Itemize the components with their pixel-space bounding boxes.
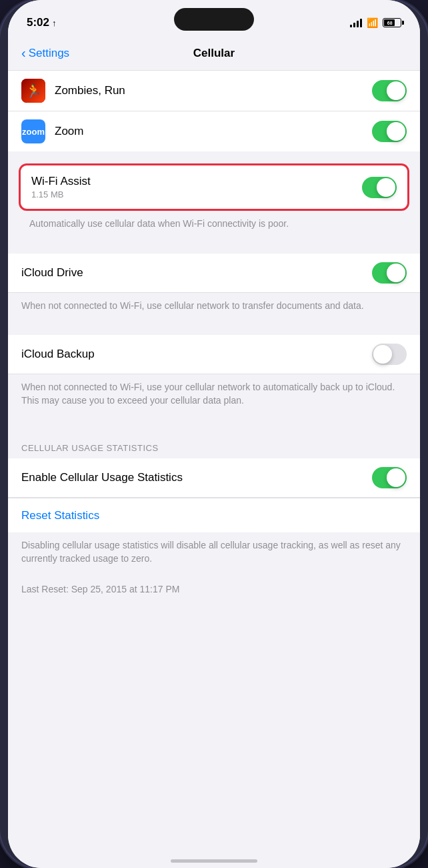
enable-cellular-toggle[interactable]: [372, 467, 407, 488]
toggle-knob: [373, 345, 392, 364]
icloud-drive-row: iCloud Drive: [8, 254, 420, 293]
wifi-assist-info: Wi-Fi Assist 1.15 MB: [31, 175, 362, 199]
list-item: 🏃 Zombies, Run: [8, 71, 420, 111]
enable-cellular-label: Enable Cellular Usage Statistics: [21, 471, 372, 484]
toggle-knob: [387, 81, 405, 100]
phone-frame: 5:02 ↑ 📶 68: [0, 0, 428, 868]
zombies-toggle[interactable]: [372, 80, 407, 101]
wifi-assist-description: Automatically use cellular data when Wi-…: [19, 211, 409, 242]
wifi-assist-title: Wi-Fi Assist: [31, 175, 362, 188]
status-right: 📶 68: [350, 17, 401, 28]
battery-percent: 68: [387, 21, 393, 25]
reset-statistics-row: Reset Statistics: [8, 498, 420, 532]
battery-fill: 68: [384, 19, 395, 26]
toggle-knob: [377, 178, 395, 197]
dynamic-island: [174, 8, 254, 31]
wifi-assist-section: Wi-Fi Assist 1.15 MB Automatically use c…: [19, 163, 409, 242]
wifi-assist-box: Wi-Fi Assist 1.15 MB: [19, 163, 409, 211]
nav-bar: ‹ Settings Cellular: [8, 36, 420, 71]
cellular-usage-description: Disabling cellular usage statistics will…: [8, 532, 420, 576]
cellular-usage-section: CELLULAR USAGE STATISTICS Enable Cellula…: [8, 430, 420, 609]
icloud-backup-row: iCloud Backup: [8, 335, 420, 374]
content-area: 🏃 Zombies, Run zoom Zoom: [8, 71, 420, 868]
icloud-backup-toggle[interactable]: [372, 344, 407, 365]
signal-bar-1: [350, 25, 352, 27]
zoom-toggle[interactable]: [372, 121, 407, 142]
home-indicator: [171, 859, 257, 863]
signal-bar-4: [360, 19, 362, 27]
zombies-icon-inner: 🏃: [21, 79, 45, 103]
phone-screen: 5:02 ↑ 📶 68: [8, 0, 420, 868]
back-label: Settings: [29, 47, 69, 60]
toggle-knob: [387, 468, 405, 487]
location-icon: ↑: [52, 18, 57, 28]
wifi-assist-toggle[interactable]: [362, 177, 397, 198]
toggle-knob: [387, 264, 405, 282]
enable-cellular-row: Enable Cellular Usage Statistics: [8, 458, 420, 498]
zoom-app-icon: zoom: [21, 119, 45, 143]
app-list-group: 🏃 Zombies, Run zoom Zoom: [8, 71, 420, 151]
reset-statistics-button[interactable]: Reset Statistics: [21, 509, 99, 522]
back-button[interactable]: ‹ Settings: [21, 45, 69, 61]
last-reset-text: Last Reset: Sep 25, 2015 at 11:17 PM: [8, 576, 420, 610]
app-name-zombies: Zombies, Run: [55, 84, 372, 97]
icloud-drive-label: iCloud Drive: [21, 266, 372, 280]
wifi-icon: 📶: [367, 17, 378, 28]
page-title: Cellular: [193, 47, 235, 60]
signal-bar-2: [353, 23, 355, 27]
icloud-drive-section: iCloud Drive When not connected to Wi-Fi…: [8, 254, 420, 324]
icloud-drive-description: When not connected to Wi-Fi, use cellula…: [8, 293, 420, 324]
icloud-backup-label: iCloud Backup: [21, 348, 372, 361]
app-name-zoom: Zoom: [55, 125, 372, 138]
chevron-left-icon: ‹: [21, 45, 26, 61]
icloud-drive-toggle[interactable]: [372, 262, 407, 284]
battery: 68: [383, 18, 401, 27]
toggle-knob: [387, 122, 405, 141]
list-item: zoom Zoom: [8, 111, 420, 151]
signal-bar-3: [357, 21, 359, 27]
icloud-backup-description: When not connected to Wi-Fi, use your ce…: [8, 374, 420, 418]
zombies-app-icon: 🏃: [21, 79, 45, 103]
zoom-icon-text: zoom: [22, 127, 45, 137]
status-time: 5:02 ↑: [27, 16, 57, 29]
wifi-assist-subtitle: 1.15 MB: [31, 189, 362, 199]
icloud-backup-section: iCloud Backup When not connected to Wi-F…: [8, 335, 420, 418]
signal-bars: [350, 18, 362, 27]
time-display: 5:02: [27, 16, 49, 29]
cellular-usage-header: CELLULAR USAGE STATISTICS: [8, 430, 420, 458]
cellular-usage-group: Enable Cellular Usage Statistics Reset S…: [8, 458, 420, 532]
